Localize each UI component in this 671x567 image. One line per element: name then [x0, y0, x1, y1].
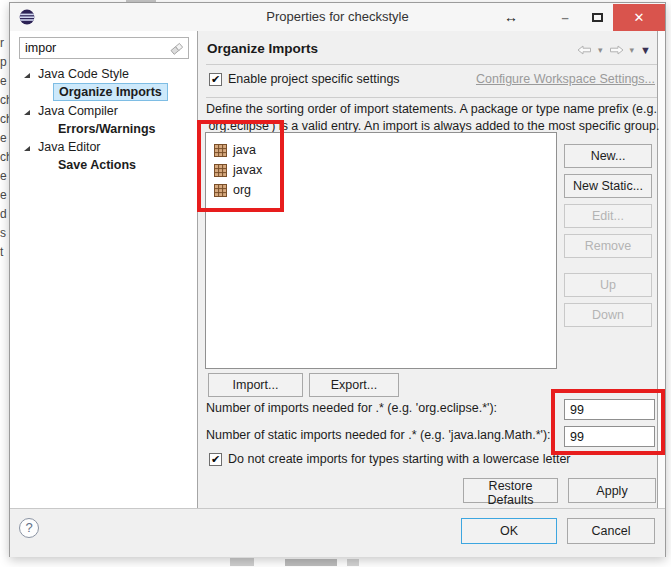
- up-button: Up: [564, 273, 652, 297]
- enable-settings-label: Enable project specific settings: [228, 72, 400, 86]
- tree-item-label: Organize Imports: [53, 83, 168, 101]
- view-menu-icon[interactable]: ▼: [640, 44, 651, 56]
- background-window-fragment: [285, 559, 337, 566]
- import-button[interactable]: Import...: [208, 373, 303, 397]
- resize-icon[interactable]: ↔: [491, 9, 531, 25]
- sidebar-item-java-code-style[interactable]: Java Code Style: [24, 65, 129, 83]
- tree-item-label: Java Code Style: [38, 67, 129, 81]
- properties-dialog: Properties for checkstyle ↔ – ✕ Java Cod…: [9, 2, 666, 557]
- description-text: Define the sorting order of import state…: [206, 102, 657, 116]
- annotation-box-number-fields: [551, 389, 665, 455]
- title-bar[interactable]: Properties for checkstyle ↔ – ✕: [10, 3, 665, 31]
- back-dropdown-icon: ▾: [598, 45, 603, 55]
- restore-defaults-button[interactable]: Restore Defaults: [463, 478, 558, 503]
- cancel-button[interactable]: Cancel: [567, 518, 655, 544]
- sidebar-item-errors-warnings[interactable]: Errors/Warnings: [58, 120, 155, 138]
- background-window-fragment: r p e ch ch e ch e e d s t: [0, 34, 9, 262]
- minimize-button[interactable]: –: [549, 10, 581, 25]
- enable-settings-checkbox[interactable]: ✔: [209, 73, 222, 86]
- apply-button[interactable]: Apply: [568, 478, 656, 503]
- back-arrow-icon: [577, 45, 592, 55]
- imports-needed-label: Number of imports needed for .* (e.g. 'o…: [206, 397, 497, 419]
- expand-triangle-icon[interactable]: [24, 73, 30, 78]
- separator: [206, 97, 657, 98]
- panel-divider: [197, 31, 198, 508]
- forward-arrow-icon: [609, 45, 624, 55]
- down-button: Down: [564, 303, 652, 327]
- forward-dropdown-icon: ▾: [630, 45, 635, 55]
- tree-item-label: Java Editor: [38, 140, 101, 154]
- expand-triangle-icon[interactable]: [24, 110, 30, 115]
- background-window-fragment: [230, 558, 254, 566]
- sidebar-item-java-editor[interactable]: Java Editor: [24, 138, 101, 156]
- static-imports-needed-label: Number of static imports needed for .* (…: [206, 424, 551, 446]
- separator: [206, 64, 657, 65]
- filter-input[interactable]: [19, 37, 189, 59]
- help-button[interactable]: ?: [19, 518, 39, 538]
- maximize-button[interactable]: [581, 10, 613, 25]
- lowercase-label: Do not create imports for types starting…: [228, 452, 571, 466]
- ok-button[interactable]: OK: [461, 518, 557, 544]
- export-button[interactable]: Export...: [309, 373, 399, 397]
- configure-workspace-link[interactable]: Configure Workspace Settings...: [476, 72, 655, 86]
- edit-button: Edit...: [564, 204, 652, 228]
- close-button[interactable]: ✕: [613, 4, 665, 31]
- page-title: Organize Imports: [207, 41, 318, 56]
- tree-item-label: Errors/Warnings: [58, 122, 155, 136]
- sidebar-item-organize-imports[interactable]: Organize Imports: [53, 83, 168, 101]
- sidebar-item-save-actions[interactable]: Save Actions: [58, 156, 136, 174]
- remove-button: Remove: [564, 234, 652, 258]
- new-button[interactable]: New...: [564, 144, 652, 168]
- lowercase-checkbox[interactable]: ✔: [209, 453, 222, 466]
- screen: r p e ch ch e ch e e d s t Properties fo…: [0, 0, 671, 567]
- clear-filter-icon[interactable]: [170, 42, 183, 55]
- annotation-box-import-groups: [197, 120, 284, 212]
- new-static-button[interactable]: New Static...: [564, 174, 652, 198]
- maximize-icon: [592, 13, 603, 22]
- expand-triangle-icon[interactable]: [24, 146, 30, 151]
- background-window-fragment: [347, 559, 359, 566]
- tree-item-label: Java Compiler: [38, 104, 118, 118]
- tree-item-label: Save Actions: [58, 158, 136, 172]
- sidebar-item-java-compiler[interactable]: Java Compiler: [24, 102, 118, 120]
